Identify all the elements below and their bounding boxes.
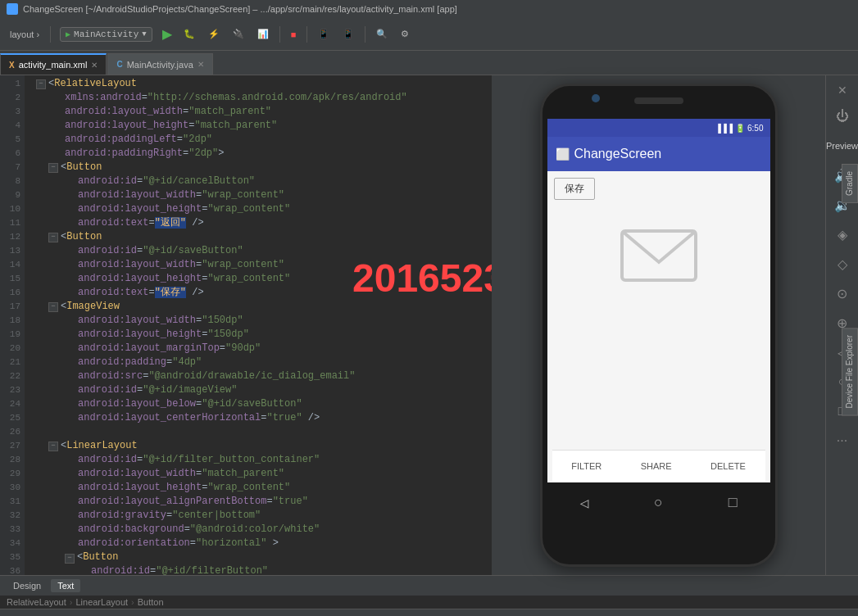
- fold-7[interactable]: −: [48, 163, 58, 173]
- code-line-19: android:layout_height="150dp": [33, 328, 492, 342]
- code-line-25: android:layout_centerHorizontal="true" /…: [33, 411, 492, 425]
- device-file-tab[interactable]: Device File Explorer: [842, 328, 858, 415]
- app-title: ChangeScreen: [574, 147, 662, 161]
- email-icon-area: [547, 223, 770, 288]
- tab-xml-close[interactable]: ✕: [91, 61, 98, 70]
- code-line-20: android:layout_marginTop="90dp": [33, 342, 492, 356]
- separator-2: [279, 26, 280, 43]
- bottom-status-bar: ▶ 4: Run ⊙ TODO 45:39 LF UTF-8 Context: …: [0, 609, 858, 616]
- tabs-bar: X activity_main.xml ✕ C MainActivity.jav…: [0, 51, 858, 75]
- preview-panel: ▐▐▐ 🔋 6:50 ⬜ ChangeScreen 保存: [492, 75, 825, 575]
- build-button[interactable]: ⚡: [203, 24, 225, 45]
- text-tab[interactable]: Text: [51, 579, 80, 592]
- title-text: ChangeScreen [~/AndroidStudioProjects/Ch…: [23, 4, 457, 14]
- code-line-6: android:paddingRight="2dp">: [33, 147, 492, 161]
- code-line-5: android:paddingLeft="2dp": [33, 133, 492, 147]
- code-line-15: android:layout_height="wrap_content": [33, 272, 492, 286]
- email-icon-svg: [618, 223, 700, 288]
- code-line-33: android:background="@android:color/white…: [33, 523, 492, 537]
- config-selector[interactable]: ▶ MainActivity ▼: [60, 27, 152, 42]
- code-line-16: android:text="保存" />: [33, 286, 492, 300]
- phone-camera: [592, 94, 600, 102]
- tab-java-close[interactable]: ✕: [197, 60, 204, 69]
- code-line-26: [33, 425, 492, 439]
- code-line-4: android:layout_height="match_parent": [33, 119, 492, 133]
- tab-xml[interactable]: X activity_main.xml ✕: [0, 53, 107, 75]
- code-line-13: android:id="@+id/saveButton": [33, 244, 492, 258]
- gradle-tab[interactable]: Gradle: [842, 164, 858, 203]
- breadcrumb-sep-2: ›: [131, 597, 134, 607]
- screen-content: 保存: [547, 171, 770, 206]
- settings-button[interactable]: ⚙: [396, 24, 414, 45]
- separator-4: [365, 26, 365, 43]
- save-button-preview[interactable]: 保存: [554, 178, 595, 200]
- nav-home-icon: ○: [654, 495, 663, 511]
- phone-screen: ▐▐▐ 🔋 6:50 ⬜ ChangeScreen 保存: [547, 119, 770, 523]
- code-line-9: android:layout_width="wrap_content": [33, 188, 492, 202]
- app-icon: [7, 3, 18, 15]
- breadcrumb-sep-1: ›: [70, 597, 73, 607]
- signal-icon: ▐▐▐: [715, 124, 733, 133]
- profile-button[interactable]: 📊: [252, 24, 274, 45]
- preview-btn[interactable]: Preview: [829, 133, 856, 159]
- breadcrumb: RelativeLayout › LinearLayout › Button: [0, 596, 858, 609]
- code-line-22: android:src="@android/drawable/ic_dialog…: [33, 369, 492, 383]
- time-display: 6:50: [747, 124, 763, 133]
- fold-27[interactable]: −: [48, 442, 58, 451]
- status-icons: ▐▐▐ 🔋 6:50: [715, 124, 764, 133]
- nav-back-icon: ◁: [579, 494, 588, 512]
- separator-3: [306, 26, 307, 43]
- design-tab[interactable]: Design: [7, 579, 48, 592]
- code-line-29: android:layout_width="match_parent": [33, 467, 492, 481]
- phone-speaker: [634, 97, 683, 104]
- code-line-18: android:layout_width="150dp": [33, 314, 492, 328]
- code-editor[interactable]: 12345 678910 1112131415 1617181920 21222…: [0, 75, 492, 575]
- debug-button[interactable]: 🐛: [179, 24, 200, 45]
- attach-button[interactable]: 🔌: [228, 24, 249, 45]
- camera-btn[interactable]: ⊙: [829, 280, 856, 306]
- stop-button[interactable]: ■: [286, 24, 302, 45]
- bottom-buttons: FILTER SHARE DELETE: [552, 450, 765, 481]
- code-line-7: − <Button: [33, 161, 492, 174]
- sdk-button[interactable]: 📱: [313, 24, 334, 45]
- search-button[interactable]: 🔍: [371, 24, 393, 45]
- eraser-btn[interactable]: ◈: [829, 221, 856, 247]
- phone-container: ▐▐▐ 🔋 6:50 ⬜ ChangeScreen 保存: [540, 84, 778, 567]
- more-btn[interactable]: ···: [829, 428, 856, 454]
- status-bar: ▐▐▐ 🔋 6:50: [547, 119, 770, 137]
- breadcrumb-part-1: RelativeLayout: [7, 597, 66, 607]
- tab-java[interactable]: C MainActivity.java ✕: [107, 53, 212, 75]
- fold-35[interactable]: −: [65, 554, 75, 564]
- filter-button-preview[interactable]: FILTER: [571, 461, 602, 471]
- code-line-21: android:padding="4dp": [33, 356, 492, 369]
- code-content: − <RelativeLayout xmlns:android="http://…: [33, 75, 492, 575]
- fold-1[interactable]: −: [36, 79, 46, 89]
- eraser2-btn[interactable]: ◇: [829, 251, 856, 277]
- fold-12[interactable]: −: [48, 233, 58, 242]
- code-line-32: android:gravity="center|bottom": [33, 509, 492, 523]
- code-line-17: − <ImageView: [33, 300, 492, 314]
- title-bar: ChangeScreen [~/AndroidStudioProjects/Ch…: [0, 0, 858, 18]
- sidebar-close-btn[interactable]: ✕: [829, 80, 856, 100]
- share-button-preview[interactable]: SHARE: [641, 461, 672, 471]
- fold-17[interactable]: −: [48, 302, 58, 312]
- action-bar: ⬜ ChangeScreen: [547, 137, 770, 171]
- code-line-34: android:orientation="horizontal" >: [33, 537, 492, 550]
- power-btn[interactable]: ⏻: [829, 103, 856, 129]
- code-line-11: android:text="返回" />: [33, 216, 492, 230]
- avd-button[interactable]: 📱: [338, 24, 359, 45]
- run-button[interactable]: ▶: [159, 24, 175, 45]
- code-line-12: − <Button: [33, 230, 492, 244]
- delete-button-preview[interactable]: DELETE: [710, 461, 746, 471]
- code-line-31: android:layout_alignParentBottom="true": [33, 495, 492, 509]
- breadcrumb-part-2: LinearLayout: [75, 597, 128, 607]
- code-line-23: android:id="@+id/imageView": [33, 383, 492, 397]
- toolbar: layout › ▶ MainActivity ▼ ▶ 🐛 ⚡ 🔌 📊 ■ 📱 …: [0, 18, 858, 51]
- code-line-8: android:id="@+id/cancelButton": [33, 174, 492, 188]
- bottom-tabs-bar: Design Text: [0, 575, 858, 596]
- right-sidebar: ✕ ⏻ Preview 🔊 🔉 ◈ ◇ ⊙ ⊕ ◁ ○ □ ···: [825, 75, 858, 575]
- code-line-24: android:layout_below="@+id/saveButton": [33, 397, 492, 411]
- code-line-35: − <Button: [33, 550, 492, 564]
- layout-breadcrumb[interactable]: layout ›: [5, 24, 44, 45]
- separator-1: [50, 26, 51, 43]
